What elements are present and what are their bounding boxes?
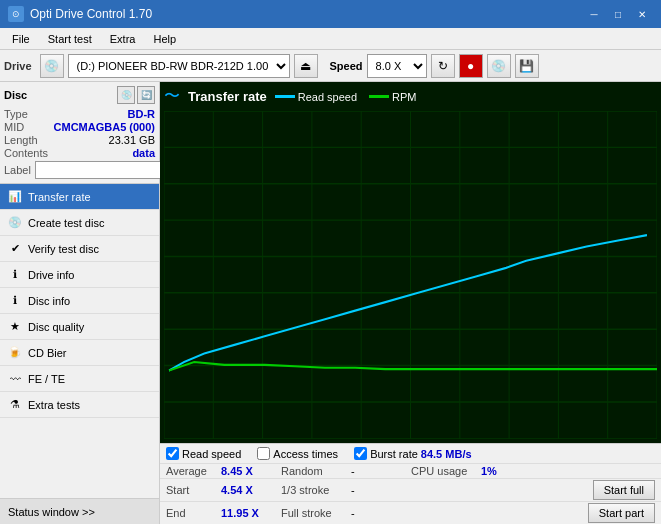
chart-legend-row: Read speed Access times Burst rate 84.5 … [160,443,661,463]
burst-rate-legend-label: Burst rate [370,448,418,460]
type-value: BD-R [128,108,156,120]
nav-disc-info-label: Disc info [28,295,70,307]
nav-drive-info[interactable]: ℹ Drive info [0,262,159,288]
read-speed-checkbox[interactable] [166,447,179,460]
verify-test-disc-icon: ✔ [8,242,22,256]
random-label: Random [281,465,351,477]
average-label: Average [166,465,221,477]
status-window-button[interactable]: Status window >> [0,498,159,524]
cd-bier-icon: 🍺 [8,346,22,360]
maximize-button[interactable]: □ [607,5,629,23]
access-times-checkbox[interactable] [257,447,270,460]
toolbar: Drive 💿 (D:) PIONEER BD-RW BDR-212D 1.00… [0,50,661,82]
burst-rate-checkbox[interactable] [354,447,367,460]
end-label: End [166,507,221,519]
app-icon: ⊙ [8,6,24,22]
legend-read-speed: Read speed [275,91,357,103]
drive-info-icon: ℹ [8,268,22,282]
close-button[interactable]: ✕ [631,5,653,23]
read-speed-legend-label: Read speed [182,448,241,460]
end-value: 11.95 X [221,507,281,519]
content-area: 〜 Transfer rate Read speed RPM [160,82,661,524]
burn-button[interactable]: ● [459,54,483,78]
menu-start-test[interactable]: Start test [40,31,100,47]
stats-rows: Average 8.45 X Random - CPU usage 1% Sta… [160,463,661,524]
burst-rate-value: 84.5 MB/s [421,448,472,460]
start-value: 4.54 X [221,484,281,496]
nav-drive-info-label: Drive info [28,269,74,281]
burst-rate-checkbox-group: Burst rate 84.5 MB/s [354,447,471,460]
menu-file[interactable]: File [4,31,38,47]
legend-read-speed-label: Read speed [298,91,357,103]
label-input[interactable] [35,161,168,179]
chart-header: 〜 Transfer rate Read speed RPM [164,86,657,107]
disc-button[interactable]: 💿 [487,54,511,78]
title-bar-left: ⊙ Opti Drive Control 1.70 [8,6,152,22]
menu-bar: File Start test Extra Help [0,28,661,50]
nav-extra-tests[interactable]: ⚗ Extra tests [0,392,159,418]
eject-button[interactable]: ⏏ [294,54,318,78]
disc-contents-row: Contents data [4,147,155,159]
speed-select[interactable]: 8.0 X [367,54,427,78]
read-speed-checkbox-group: Read speed [166,447,241,460]
save-button[interactable]: 💾 [515,54,539,78]
refresh-button[interactable]: ↻ [431,54,455,78]
contents-value: data [132,147,155,159]
create-test-disc-icon: 💿 [8,216,22,230]
nav-cd-bier-label: CD Bier [28,347,67,359]
status-window-label: Status window >> [8,506,95,518]
main-layout: Disc 💿 🔄 Type BD-R MID CMCMAGBA5 (000) L… [0,82,661,524]
nav-fe-te-label: FE / TE [28,373,65,385]
sidebar: Disc 💿 🔄 Type BD-R MID CMCMAGBA5 (000) L… [0,82,160,524]
start-part-button[interactable]: Start part [588,503,655,523]
stats-row-average: Average 8.45 X Random - CPU usage 1% [160,463,661,478]
drive-icon-btn[interactable]: 💿 [40,54,64,78]
access-times-legend-label: Access times [273,448,338,460]
disc-header: Disc 💿 🔄 [4,86,155,104]
chart-title: Transfer rate [188,89,267,104]
label-row: Label 🖼 [4,161,155,179]
nav-verify-test-disc[interactable]: ✔ Verify test disc [0,236,159,262]
disc-panel: Disc 💿 🔄 Type BD-R MID CMCMAGBA5 (000) L… [0,82,159,184]
nav-disc-info[interactable]: ℹ Disc info [0,288,159,314]
disc-icon-buttons: 💿 🔄 [117,86,155,104]
nav-transfer-rate-label: Transfer rate [28,191,91,203]
drive-label: Drive [4,60,32,72]
mid-value: CMCMAGBA5 (000) [54,121,155,133]
nav-fe-te[interactable]: 〰 FE / TE [0,366,159,392]
nav-transfer-rate[interactable]: 📊 Transfer rate [0,184,159,210]
disc-length-row: Length 23.31 GB [4,134,155,146]
nav-create-test-disc[interactable]: 💿 Create test disc [0,210,159,236]
nav-verify-test-disc-label: Verify test disc [28,243,99,255]
menu-extra[interactable]: Extra [102,31,144,47]
drive-select[interactable]: (D:) PIONEER BD-RW BDR-212D 1.00 [68,54,290,78]
chart-container: 〜 Transfer rate Read speed RPM [160,82,661,443]
disc-info-icon: ℹ [8,294,22,308]
disc-icon-btn-2[interactable]: 🔄 [137,86,155,104]
chart-svg: 18× 16× 14× 12× 10× 8× 6× 4× 2× 0.0 2.5 … [164,111,657,439]
average-value: 8.45 X [221,465,281,477]
speed-label: Speed [330,60,363,72]
disc-icon-btn-1[interactable]: 💿 [117,86,135,104]
stats-row-start: Start 4.54 X 1/3 stroke - Start full [160,478,661,501]
nav-menu: 📊 Transfer rate 💿 Create test disc ✔ Ver… [0,184,159,498]
menu-help[interactable]: Help [145,31,184,47]
access-times-checkbox-group: Access times [257,447,338,460]
disc-quality-icon: ★ [8,320,22,334]
stats-row-end: End 11.95 X Full stroke - Start part [160,501,661,524]
nav-disc-quality[interactable]: ★ Disc quality [0,314,159,340]
stroke13-label: 1/3 stroke [281,484,351,496]
disc-title: Disc [4,89,27,101]
nav-cd-bier[interactable]: 🍺 CD Bier [0,340,159,366]
minimize-button[interactable]: ─ [583,5,605,23]
nav-create-test-disc-label: Create test disc [28,217,104,229]
label-label: Label [4,164,31,176]
start-label: Start [166,484,221,496]
disc-mid-row: MID CMCMAGBA5 (000) [4,121,155,133]
start-full-button[interactable]: Start full [593,480,655,500]
type-label: Type [4,108,28,120]
cpu-label: CPU usage [411,465,481,477]
fe-te-icon: 〰 [8,372,22,386]
chart-svg-area: 18× 16× 14× 12× 10× 8× 6× 4× 2× 0.0 2.5 … [164,111,657,439]
app-title: Opti Drive Control 1.70 [30,7,152,21]
